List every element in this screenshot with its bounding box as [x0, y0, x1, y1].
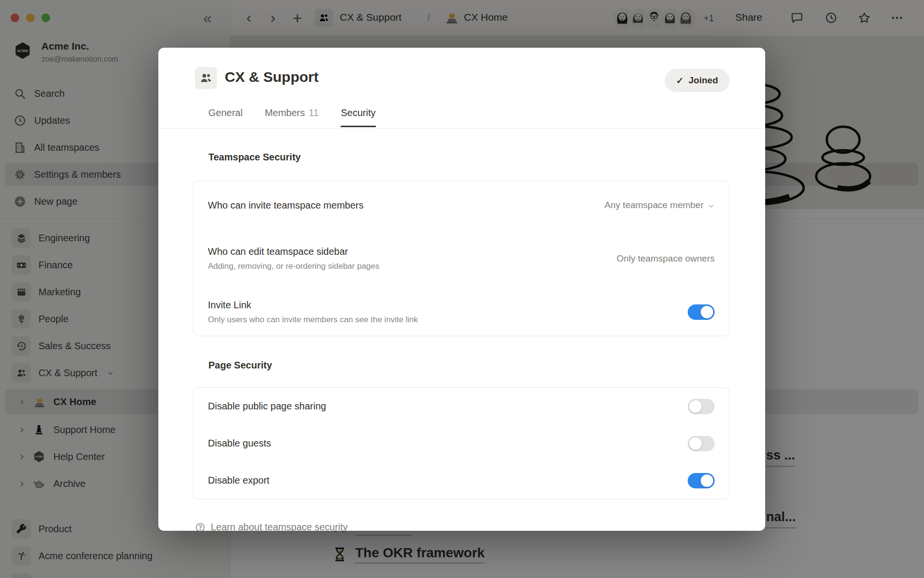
setting-row-edit-sidebar: Who can edit teamspace sidebar Adding, r…	[208, 229, 715, 288]
joined-button[interactable]: ✓ Joined	[665, 69, 730, 92]
teamspace-icon	[195, 67, 217, 89]
chevron-down-icon	[707, 202, 715, 210]
teamspace-security-heading: Teamspace Security	[208, 152, 301, 163]
page-security-card: Disable public page sharing Disable gues…	[193, 387, 730, 499]
disable-guests-toggle[interactable]	[688, 436, 715, 451]
invite-link-toggle[interactable]	[688, 304, 715, 320]
edit-sidebar-value: Only teamspace owners	[616, 253, 715, 264]
tab-security[interactable]: Security	[341, 107, 375, 127]
tab-members[interactable]: Members11	[265, 107, 319, 127]
setting-row-disable-guests: Disable guests	[208, 425, 715, 462]
setting-row-invite-link: Invite Link Only users who can invite me…	[208, 288, 715, 336]
learn-about-link[interactable]: Learn about teamspace security	[195, 522, 348, 531]
page-security-heading: Page Security	[208, 360, 272, 371]
question-circle-icon	[195, 522, 205, 531]
teamspace-settings-modal: CX & Support ✓ Joined General Members11 …	[158, 48, 765, 531]
setting-row-invite-members: Who can invite teamspace members Any tea…	[208, 181, 715, 229]
tabs-divider	[158, 128, 765, 129]
setting-row-disable-public-sharing: Disable public page sharing	[208, 388, 715, 425]
setting-row-disable-export: Disable export	[208, 462, 715, 499]
invite-members-dropdown[interactable]: Any teamspace member	[604, 200, 715, 210]
check-icon: ✓	[676, 75, 684, 86]
disable-export-toggle[interactable]	[688, 473, 715, 488]
modal-title: CX & Support	[225, 69, 319, 85]
teamspace-security-card: Who can invite teamspace members Any tea…	[193, 181, 730, 336]
modal-tabs: General Members11 Security	[208, 107, 376, 127]
tab-general[interactable]: General	[208, 107, 243, 127]
disable-public-sharing-toggle[interactable]	[688, 399, 715, 414]
